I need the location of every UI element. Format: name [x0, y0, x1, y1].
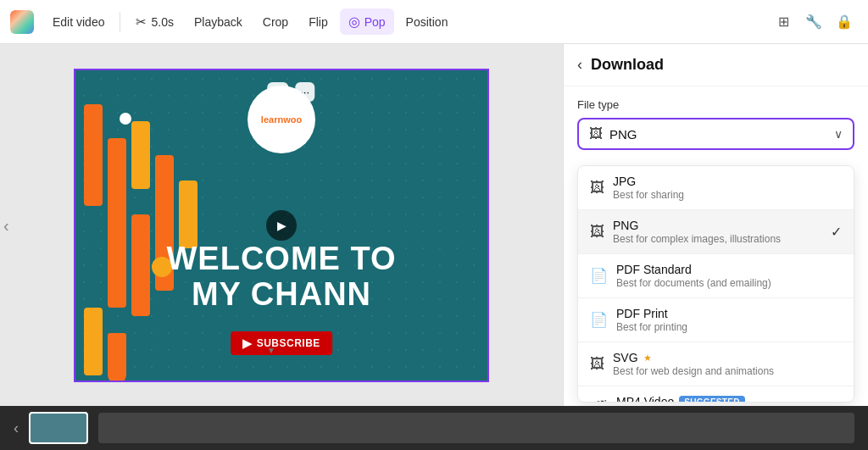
back-button[interactable]: ‹ [577, 56, 582, 74]
selected-filetype: PNG [609, 127, 637, 142]
divider [120, 12, 120, 32]
suggested-badge: SUGGESTED [679, 396, 745, 403]
grid-icon: ⊞ [778, 14, 789, 30]
pop-label: Pop [364, 15, 386, 29]
svg-desc: Best for web design and animations [613, 365, 842, 377]
pdf-standard-icon: 📄 [590, 267, 608, 285]
position-button[interactable]: Position [398, 10, 457, 34]
pdf-standard-name: PDF Standard [616, 263, 842, 276]
flip-label: Flip [309, 15, 328, 29]
pdf-print-icon: 📄 [590, 311, 608, 329]
grid-button[interactable]: ⊞ [770, 8, 797, 36]
chevron-down-icon: ∨ [834, 127, 843, 141]
logo-learn: learn [261, 114, 283, 125]
check-icon: ✓ [831, 224, 842, 240]
mp4-icon: 🎬 [590, 399, 608, 403]
file-type-label: File type [577, 98, 854, 111]
dropdown-list: 🖼 JPG Best for sharing 🖼 PNG Best for co… [577, 165, 854, 403]
deco-bar-7 [84, 308, 103, 375]
download-panel: ‹ Download File type 🖼 PNG ∨ 🖼 JPG [563, 44, 868, 406]
timeline-thumbnail [29, 412, 88, 444]
mp4-text: MP4 Video SUGGESTED High quality video [616, 395, 842, 403]
filetype-jpg[interactable]: 🖼 JPG Best for sharing [578, 166, 854, 209]
scissors-icon: ✂ [136, 14, 147, 30]
welcome-line1: WELCOME TO [75, 242, 487, 277]
deco-bar-6 [179, 181, 198, 248]
svg-text: SVG ★ Best for web design and animations [613, 351, 842, 377]
pdf-standard-desc: Best for documents (and emailing) [616, 277, 842, 289]
lock-icon: 🔒 [836, 14, 853, 30]
toolbar: Edit video ✂ 5.0s Playback Crop Flip ◎ P… [0, 0, 868, 44]
png-desc: Best for complex images, illustrations [613, 233, 822, 245]
pdf-print-name: PDF Print [616, 307, 842, 320]
main-content: 🗑 ··· learnwoo ▶ WELCOME TO MY CHANN [0, 44, 868, 406]
subscribe-button: ▶ SUBSCRIBE [231, 331, 332, 355]
welcome-line2: MY CHANN [75, 277, 487, 313]
jpg-name: JPG [613, 175, 842, 188]
logo-bubble: learnwoo [248, 86, 315, 153]
jpg-icon: 🖼 [590, 180, 604, 197]
png-name: PNG [613, 219, 822, 232]
dropdown-left: 🖼 PNG [589, 126, 637, 142]
edit-video-button[interactable]: Edit video [44, 10, 113, 34]
svg-name: SVG ★ [613, 351, 842, 364]
logo-text: learnwoo [261, 114, 302, 125]
mp4-name: MP4 Video SUGGESTED [616, 395, 842, 403]
back-icon: ‹ [577, 56, 582, 73]
crop-label: Crop [263, 15, 288, 29]
logo-woo: woo [283, 114, 302, 125]
svg-icon: 🖼 [590, 356, 604, 373]
canvas-area[interactable]: 🗑 ··· learnwoo ▶ WELCOME TO MY CHANN [0, 44, 563, 406]
download-title: Download [591, 56, 664, 74]
video-content: 🗑 ··· learnwoo ▶ WELCOME TO MY CHANN [75, 70, 487, 381]
scroll-down-indicator: ▼ [267, 346, 275, 355]
youtube-icon: ▶ [242, 336, 253, 350]
pop-button[interactable]: ◎ Pop [340, 8, 394, 35]
pdf-standard-text: PDF Standard Best for documents (and ema… [616, 263, 842, 289]
premium-star-icon: ★ [643, 353, 652, 364]
download-header: ‹ Download [564, 44, 868, 86]
timeline: ‹ [0, 406, 868, 450]
pdf-print-desc: Best for printing [616, 321, 842, 333]
deco-bar-3 [131, 121, 150, 189]
playback-label: Playback [194, 15, 242, 29]
welcome-text: WELCOME TO MY CHANN [75, 242, 487, 313]
file-type-section: File type 🖼 PNG ∨ [564, 86, 868, 162]
position-label: Position [406, 15, 448, 29]
scissors-label: 5.0s [151, 15, 173, 29]
tool1-icon: 🔧 [805, 14, 822, 30]
filetype-pdf-print[interactable]: 📄 PDF Print Best for printing [578, 297, 854, 342]
crop-button[interactable]: Crop [254, 10, 297, 34]
logo [10, 10, 34, 34]
lock-button[interactable]: 🔒 [831, 8, 858, 36]
flip-button[interactable]: Flip [300, 10, 337, 34]
jpg-text: JPG Best for sharing [613, 175, 842, 201]
tool1-button[interactable]: 🔧 [800, 8, 827, 36]
edit-video-label: Edit video [53, 15, 104, 29]
canvas-left-arrow[interactable]: ‹ [3, 215, 9, 235]
pop-icon: ◎ [348, 14, 360, 30]
jpg-desc: Best for sharing [613, 189, 842, 201]
filetype-mp4[interactable]: 🎬 MP4 Video SUGGESTED High quality video [578, 386, 854, 403]
png-icon: 🖼 [590, 224, 604, 241]
deco-bar-8 [108, 333, 126, 381]
deco-bar-1 [84, 104, 103, 206]
playback-button[interactable]: Playback [186, 10, 251, 34]
video-frame: 🗑 ··· learnwoo ▶ WELCOME TO MY CHANN [74, 69, 489, 382]
play-button[interactable]: ▶ [266, 210, 297, 241]
deco-circle-2 [120, 113, 131, 125]
filetype-png[interactable]: 🖼 PNG Best for complex images, illustrat… [578, 209, 854, 253]
scissors-button[interactable]: ✂ 5.0s [127, 9, 181, 35]
subscribe-label: SUBSCRIBE [257, 337, 320, 349]
filetype-svg[interactable]: 🖼 SVG ★ Best for web design and animatio… [578, 342, 854, 386]
filetype-dropdown[interactable]: 🖼 PNG ∨ [577, 118, 854, 150]
pdf-print-text: PDF Print Best for printing [616, 307, 842, 333]
timeline-track[interactable] [98, 413, 854, 443]
toolbar-right: ⊞ 🔧 🔒 [770, 8, 858, 36]
file-type-icon: 🖼 [589, 126, 603, 142]
png-text: PNG Best for complex images, illustratio… [613, 219, 822, 245]
timeline-left-arrow[interactable]: ‹ [14, 419, 19, 437]
filetype-pdf-standard[interactable]: 📄 PDF Standard Best for documents (and e… [578, 253, 854, 297]
